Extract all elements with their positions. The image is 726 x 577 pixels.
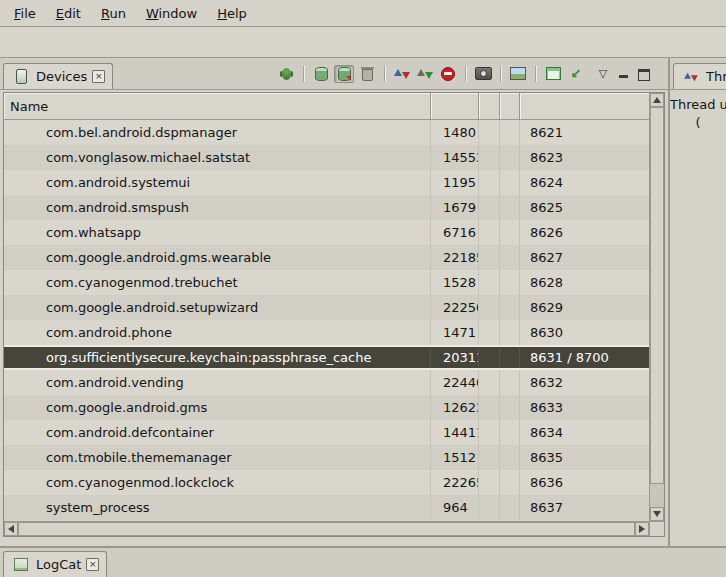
process-name: com.google.android.setupwizard (4, 295, 431, 320)
menubar: FileEditRunWindowHelp (0, 0, 726, 27)
process-port: 8626 (520, 220, 649, 245)
scroll-up-icon[interactable] (650, 93, 664, 107)
horizontal-scrollbar[interactable] (4, 521, 649, 536)
update-heap-icon[interactable] (311, 65, 331, 83)
tab-threads[interactable]: Threads (673, 63, 726, 89)
process-port: 8637 (520, 495, 649, 520)
close-icon[interactable]: × (92, 70, 105, 83)
process-port: 8635 (520, 445, 649, 470)
vertical-scroll-thumb[interactable] (650, 107, 664, 484)
column-header-pid[interactable] (431, 93, 479, 119)
blank-cell-1 (479, 495, 500, 520)
process-name: com.android.smspush (4, 195, 431, 220)
table-row[interactable]: com.android.systemui 1195 8624 (4, 170, 649, 195)
blank-cell-1 (479, 120, 500, 145)
menu-item-help[interactable]: Help (207, 3, 257, 24)
toolbar-separator (535, 66, 536, 82)
report-icon[interactable] (508, 65, 528, 83)
menu-item-edit[interactable]: Edit (46, 3, 91, 24)
close-icon[interactable]: × (86, 558, 99, 571)
table-row[interactable]: com.android.smspush 1679 8625 (4, 195, 649, 220)
table-row[interactable]: com.cyanogenmod.lockclock 22265 8636 (4, 470, 649, 495)
view-menu-icon[interactable]: ▽ (596, 67, 610, 80)
process-name: com.android.defcontainer (4, 420, 431, 445)
table-row[interactable]: org.sufficientlysecure.keychain:passphra… (4, 345, 649, 370)
method-profiling-icon[interactable] (415, 65, 435, 83)
process-name: com.android.systemui (4, 170, 431, 195)
blank-cell-1 (479, 145, 500, 170)
table-row[interactable]: system_process 964 8637 (4, 495, 649, 520)
cause-gc-icon[interactable] (357, 65, 377, 83)
horizontal-scroll-thumb[interactable] (18, 522, 635, 536)
tree-view-icon[interactable] (543, 65, 563, 83)
blank-cell-1 (479, 195, 500, 220)
process-pid: 22250 (431, 295, 479, 320)
blank-cell-2 (500, 220, 520, 245)
column-header-blank2[interactable] (500, 93, 520, 119)
blank-cell-2 (500, 370, 520, 395)
process-name: com.android.vending (4, 370, 431, 395)
process-pid: 22185 (431, 245, 479, 270)
process-pid: 6716 (431, 220, 479, 245)
tab-devices[interactable]: Devices × (3, 63, 113, 89)
table-row[interactable]: com.android.vending 22440 8632 (4, 370, 649, 395)
process-pid: 22440 (431, 370, 479, 395)
table-row[interactable]: com.android.defcontainer 14411 8634 (4, 420, 649, 445)
blank-cell-2 (500, 495, 520, 520)
process-name: com.google.android.gms.wearable (4, 245, 431, 270)
table-row[interactable]: com.tmobile.thememanager 1512 8635 (4, 445, 649, 470)
process-name: org.sufficientlysecure.keychain:passphra… (4, 347, 431, 368)
process-pid: 22265 (431, 470, 479, 495)
vertical-scroll-track[interactable] (650, 484, 664, 507)
devices-panel: Devices × ↙ ▽ Name com.bel.android.d (0, 58, 670, 546)
table-row[interactable]: com.cyanogenmod.trebuchet 1528 8628 (4, 270, 649, 295)
menu-item-run[interactable]: Run (91, 3, 136, 24)
scroll-down-icon[interactable] (650, 507, 664, 521)
process-pid: 1512 (431, 445, 479, 470)
process-pid: 1528 (431, 270, 479, 295)
tab-logcat[interactable]: LogCat × (3, 551, 107, 577)
table-row[interactable]: com.google.android.gms 12623 8633 (4, 395, 649, 420)
graph-icon[interactable]: ↙ (566, 65, 586, 83)
table-row[interactable]: com.google.android.setupwizard 22250 862… (4, 295, 649, 320)
maximize-icon[interactable] (638, 68, 650, 80)
blank-cell-1 (479, 370, 500, 395)
minimize-icon[interactable] (618, 68, 630, 80)
process-pid: 14553 (431, 145, 479, 170)
table-row[interactable]: com.bel.android.dspmanager 1480 8621 (4, 120, 649, 145)
stop-process-icon[interactable] (438, 65, 458, 83)
blank-cell-1 (479, 470, 500, 495)
blank-cell-1 (479, 395, 500, 420)
blank-cell-2 (500, 295, 520, 320)
column-header-blank1[interactable] (479, 93, 500, 119)
threads-tab-label: Threads (706, 69, 726, 84)
menu-item-window[interactable]: Window (136, 3, 207, 24)
process-name: com.android.phone (4, 320, 431, 345)
table-row[interactable]: com.whatsapp 6716 8626 (4, 220, 649, 245)
table-row[interactable]: com.vonglasow.michael.satstat 14553 8623 (4, 145, 649, 170)
blank-cell-2 (500, 347, 520, 368)
devices-tab-label: Devices (36, 69, 87, 84)
blank-cell-1 (479, 420, 500, 445)
blank-cell-1 (479, 320, 500, 345)
scroll-right-icon[interactable] (635, 522, 649, 536)
process-port: 8629 (520, 295, 649, 320)
column-header-name[interactable]: Name (4, 93, 431, 119)
process-pid: 12623 (431, 395, 479, 420)
process-name: com.cyanogenmod.lockclock (4, 470, 431, 495)
process-port: 8634 (520, 420, 649, 445)
column-header-port[interactable] (520, 93, 649, 119)
dump-hprof-icon[interactable] (334, 65, 354, 83)
debug-process-icon[interactable] (276, 65, 296, 83)
update-threads-icon[interactable] (392, 65, 412, 83)
table-row[interactable]: com.google.android.gms.wearable 22185 86… (4, 245, 649, 270)
menu-item-file[interactable]: File (4, 3, 46, 24)
devices-tab-row: Devices × ↙ ▽ (0, 58, 668, 90)
screen-capture-icon[interactable] (473, 65, 493, 83)
devices-toolbar-icons: ↙ (276, 65, 596, 83)
toolbar-separator (465, 66, 466, 82)
vertical-scrollbar[interactable] (649, 93, 664, 521)
table-row[interactable]: com.android.phone 1471 8630 (4, 320, 649, 345)
scroll-left-icon[interactable] (4, 522, 18, 536)
process-port: 8627 (520, 245, 649, 270)
